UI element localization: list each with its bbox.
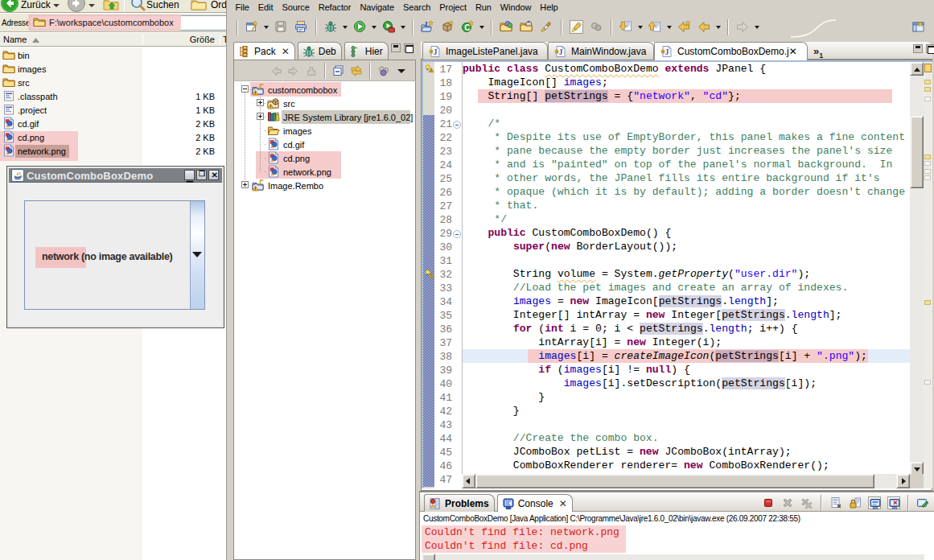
tree-label[interactable]: network.png bbox=[283, 167, 331, 177]
folders-button-label[interactable]: Ordner bbox=[211, 0, 228, 10]
paintbrush-icon[interactable] bbox=[540, 20, 553, 34]
fold-collapse-icon[interactable] bbox=[453, 121, 461, 129]
back-arrow-icon[interactable] bbox=[697, 20, 711, 34]
console-hscrollbar[interactable] bbox=[422, 554, 934, 560]
editor-code[interactable]: public class CustomComboBoxDemo extends … bbox=[463, 62, 910, 488]
menu-search[interactable]: Search bbox=[399, 2, 435, 13]
tree-label[interactable]: customcombobox bbox=[268, 85, 337, 95]
tree-expander-plus[interactable] bbox=[241, 181, 249, 188]
column-header-size[interactable]: Größe bbox=[142, 35, 215, 48]
mark-occurrences-icon[interactable] bbox=[570, 20, 583, 34]
address-path[interactable]: F:\workspace\customcombobox bbox=[49, 18, 174, 27]
dropdown-arrow-icon[interactable] bbox=[263, 20, 270, 34]
dropdown-arrow-icon[interactable] bbox=[715, 20, 722, 34]
scroll-up-button[interactable] bbox=[910, 62, 924, 76]
overview-marker[interactable] bbox=[924, 87, 931, 92]
dropdown-arrow-icon[interactable] bbox=[754, 20, 761, 34]
show-stderr-icon[interactable] bbox=[887, 496, 900, 509]
menu-refactor[interactable]: Refactor bbox=[314, 2, 356, 13]
new-java-project-icon[interactable]: J bbox=[421, 20, 434, 34]
tab-hier[interactable]: Hier bbox=[344, 42, 389, 60]
menu-source[interactable]: Source bbox=[278, 2, 314, 13]
tree-item-customcombobox[interactable]: customcombobox bbox=[234, 83, 415, 97]
forward-arrow-icon[interactable] bbox=[736, 20, 750, 34]
tab-close-icon[interactable]: ✕ bbox=[559, 498, 567, 509]
warning-marker-icon[interactable] bbox=[424, 270, 434, 278]
column-header-name[interactable]: Name bbox=[3, 35, 27, 48]
menu-help[interactable]: Help bbox=[536, 2, 562, 13]
menu-project[interactable]: Project bbox=[435, 2, 471, 13]
tree-label[interactable]: cd.gif bbox=[283, 140, 304, 150]
file-row[interactable]: .classpath 1 KB bbox=[0, 89, 228, 103]
open-type-icon[interactable] bbox=[500, 20, 513, 34]
dropdown-arrow-icon[interactable] bbox=[479, 20, 486, 34]
remove-launch-icon[interactable] bbox=[781, 496, 794, 509]
tree-label[interactable]: images bbox=[283, 126, 311, 136]
scroll-left-button[interactable] bbox=[422, 554, 435, 560]
file-name[interactable]: cd.gif bbox=[18, 119, 39, 129]
print-icon[interactable] bbox=[294, 20, 308, 34]
editor-tab-imagelistepanel-java[interactable]: J ImageListePanel.java bbox=[422, 42, 548, 60]
scroll-lock-icon[interactable] bbox=[849, 496, 862, 509]
file-row[interactable]: network.png 2 KB bbox=[0, 144, 228, 158]
back-dropdown-icon[interactable] bbox=[53, 4, 60, 7]
tab-close-icon[interactable]: ✕ bbox=[282, 46, 290, 57]
back-nav-icon[interactable] bbox=[270, 64, 282, 77]
scroll-left-button[interactable] bbox=[462, 474, 475, 488]
hscroll-thumb[interactable] bbox=[475, 474, 874, 488]
tree-expander-minus[interactable] bbox=[241, 85, 249, 93]
last-edit-location-icon[interactable] bbox=[677, 20, 691, 34]
filters-icon[interactable] bbox=[377, 64, 390, 77]
menu-edit[interactable]: Edit bbox=[253, 2, 278, 13]
folders-icon[interactable] bbox=[191, 0, 207, 12]
file-row[interactable]: .project 1 KB bbox=[0, 103, 228, 117]
tree-label[interactable]: cd.png bbox=[283, 154, 310, 163]
external-tools-icon[interactable] bbox=[382, 20, 396, 34]
forward-nav-icon[interactable] bbox=[287, 64, 300, 77]
tree-item-src[interactable]: src bbox=[234, 97, 415, 110]
file-name[interactable]: bin bbox=[18, 51, 30, 60]
file-name[interactable]: images bbox=[18, 64, 46, 74]
tab-overflow-chevron[interactable]: »1 bbox=[813, 45, 823, 60]
tree-item-image-rembo[interactable]: Image.Rembo bbox=[234, 179, 415, 192]
file-name[interactable]: .classpath bbox=[18, 92, 58, 101]
terminate-icon[interactable] bbox=[762, 496, 775, 509]
forward-dropdown-icon[interactable] bbox=[88, 4, 95, 7]
folder-up-icon[interactable] bbox=[103, 0, 119, 12]
overview-marker[interactable] bbox=[924, 161, 931, 166]
dropdown-arrow-icon[interactable] bbox=[371, 20, 378, 34]
run-icon[interactable] bbox=[353, 20, 367, 34]
file-name[interactable]: .project bbox=[18, 105, 47, 115]
back-button-label[interactable]: Zurück bbox=[21, 0, 51, 10]
minimize-view-button[interactable] bbox=[391, 43, 401, 52]
vscroll-thumb[interactable] bbox=[910, 116, 924, 188]
menu-file[interactable]: File bbox=[231, 2, 253, 13]
scroll-right-button[interactable] bbox=[896, 474, 910, 488]
editor-vscrollbar[interactable] bbox=[910, 62, 924, 474]
debug-icon[interactable] bbox=[324, 20, 338, 34]
next-annotation-icon[interactable] bbox=[619, 20, 633, 34]
dropdown-arrow-icon[interactable] bbox=[666, 20, 673, 34]
new-wizard-icon[interactable] bbox=[245, 20, 259, 34]
editor-hscrollbar[interactable] bbox=[462, 474, 910, 488]
warning-marker-icon[interactable] bbox=[424, 64, 434, 73]
viewmenu-icon[interactable] bbox=[395, 64, 408, 77]
link-editor-icon[interactable] bbox=[350, 64, 363, 77]
pin-console-icon[interactable] bbox=[868, 496, 881, 509]
overview-marker[interactable] bbox=[924, 380, 931, 385]
dropdown-arrow-icon[interactable] bbox=[400, 20, 407, 34]
tree-label[interactable]: JRE System Library [jre1.6.0_02] bbox=[283, 113, 413, 122]
editor-minimize-button[interactable] bbox=[913, 44, 923, 53]
overview-marker[interactable] bbox=[924, 169, 931, 174]
overview-status-icon[interactable] bbox=[924, 64, 932, 72]
tab-pack[interactable]: Pack ✕ bbox=[233, 42, 295, 60]
overview-marker[interactable] bbox=[924, 175, 931, 180]
maximize-view-button[interactable] bbox=[404, 43, 414, 52]
file-name[interactable]: cd.png bbox=[18, 133, 44, 142]
open-perspective-icon[interactable] bbox=[912, 21, 926, 35]
tree-item-jre-system-library-jre1-6-0-02-[interactable]: JRE System Library [jre1.6.0_02] bbox=[234, 110, 415, 124]
tree-item-cd-gif[interactable]: cd.gif bbox=[234, 138, 415, 151]
menu-window[interactable]: Window bbox=[496, 2, 536, 13]
collapse-all-icon[interactable] bbox=[332, 64, 345, 77]
search-button-label[interactable]: Suchen bbox=[146, 0, 179, 10]
